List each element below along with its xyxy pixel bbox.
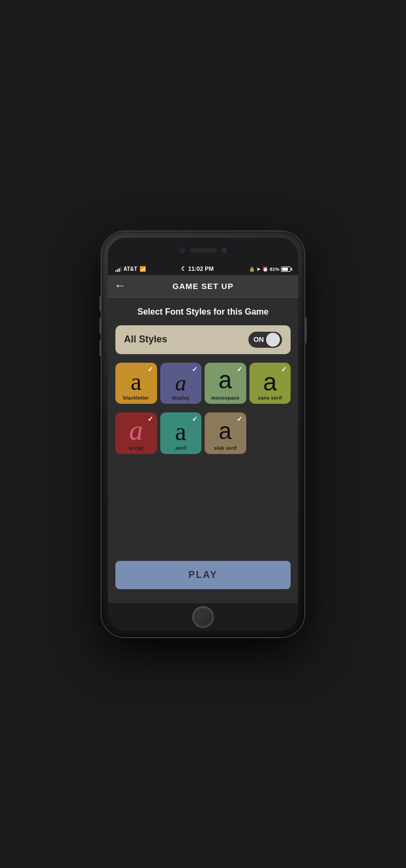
alarm-icon: ⏰ [262,267,268,272]
font-tile-slab-serif[interactable]: ✓ a slab serif [205,412,246,454]
wifi-icon: 📶 [139,266,146,272]
status-time: ☾ 11:02 PM [146,265,249,272]
font-letter-script: a [129,417,143,444]
font-tile-display[interactable]: ✓ a display [160,363,202,404]
all-styles-toggle[interactable]: ON [248,332,283,348]
clock-icon: ☾ [181,265,188,272]
checkmark-script: ✓ [147,415,153,423]
location-icon: ➤ [256,267,261,272]
status-right: 🔒 ➤ ⏰ 81% [249,267,291,272]
checkmark-blackletter: ✓ [147,365,153,373]
status-bar: AT&T 📶 ☾ 11:02 PM 🔒 ➤ ⏰ 81% [108,263,298,275]
font-label-monospace: monospace [211,395,239,401]
font-tile-monospace[interactable]: ✓ a monospace [205,363,246,404]
font-grid-row2: ✓ a script ✓ a serif ✓ a slab serif [115,412,291,454]
font-label-script: script [129,445,143,451]
spacer [115,463,291,552]
font-tile-serif[interactable]: ✓ a serif [160,412,202,454]
phone-device: AT&T 📶 ☾ 11:02 PM 🔒 ➤ ⏰ 81% ← G [102,231,304,637]
play-button[interactable]: PLAY [115,561,291,589]
font-label-display: display [172,395,190,401]
status-left: AT&T 📶 [115,266,146,272]
nav-bar: ← GAME SET UP [108,275,298,298]
home-button[interactable] [192,606,214,628]
font-label-sans-serif: sans serif [258,395,282,401]
font-tile-script[interactable]: ✓ a script [115,412,157,454]
app-content: ← GAME SET UP Select Font Styles for thi… [108,275,298,603]
toggle-state-text: ON [254,335,264,343]
all-styles-row: All Styles ON [115,325,291,354]
checkmark-display: ✓ [192,365,198,373]
font-letter-monospace: a [218,370,233,394]
font-letter-display: a [175,372,186,394]
camera-dot [222,248,227,253]
phone-bottom-bar [108,603,298,631]
back-button[interactable]: ← [114,280,126,292]
screen-body: Select Font Styles for this Game All Sty… [108,298,298,603]
front-camera [179,248,185,253]
checkmark-monospace: ✓ [237,365,243,373]
play-button-label: PLAY [189,569,217,580]
font-label-slab-serif: slab serif [214,445,237,451]
battery-icon [281,267,291,272]
signal-bars-icon [115,267,121,272]
page-title: GAME SET UP [126,281,280,291]
carrier-label: AT&T [123,266,137,272]
battery-percent: 81% [270,267,279,272]
font-letter-serif: a [175,419,186,444]
font-label-blackletter: blackletter [123,395,149,401]
section-title: Select Font Styles for this Game [115,307,291,317]
font-letter-blackletter: a [131,370,142,394]
lock-icon: 🔒 [249,267,255,272]
speaker-grille [190,248,217,253]
font-tile-sans-serif[interactable]: ✓ a sans serif [249,363,291,404]
checkmark-sans-serif: ✓ [281,365,287,373]
font-letter-slab-serif: a [218,421,232,444]
checkmark-serif: ✓ [192,415,198,423]
checkmark-slab-serif: ✓ [237,415,243,423]
font-tile-blackletter[interactable]: ✓ a blackletter [115,363,157,404]
all-styles-label: All Styles [124,334,167,345]
phone-top-bar [108,238,298,263]
font-grid-row1: ✓ a blackletter ✓ a display ✓ a monosp [115,363,291,404]
font-letter-sans-serif: a [263,370,277,394]
battery-fill [282,268,288,271]
font-label-serif: serif [175,445,186,451]
toggle-knob [266,333,280,347]
